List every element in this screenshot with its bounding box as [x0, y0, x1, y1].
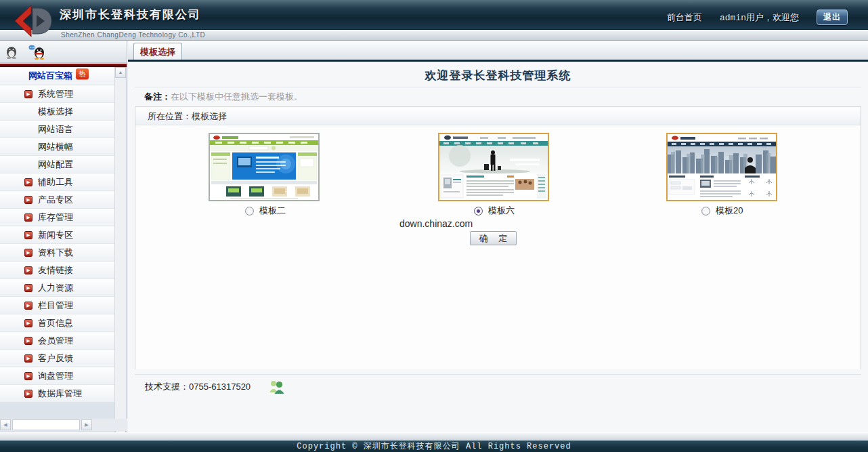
logout-button[interactable]: 退出	[817, 9, 848, 25]
sidebar-menu-item[interactable]: ▶ 首页信息	[0, 314, 115, 332]
red-arrow-icon: ▶	[24, 231, 32, 239]
red-arrow-icon: ▶	[24, 249, 32, 257]
support-text: 技术支援：0755-61317520	[145, 381, 251, 393]
scroll-up-arrow-icon[interactable]: ▲	[115, 67, 126, 78]
watermark-text: down.chinaz.com	[399, 218, 473, 229]
red-arrow-icon: ▶	[24, 284, 32, 292]
support-row: 技术支援：0755-61317520	[145, 379, 286, 395]
red-arrow-icon: ▶	[24, 337, 32, 345]
sidebar-item-label: 产品专区	[38, 194, 73, 206]
sidebar-menu-item[interactable]: ▶ 辅助工具	[0, 173, 115, 191]
sidebar-item-label: 数据库管理	[38, 388, 82, 400]
sidebar: 网站百宝箱 热 ▶ 系统管理 ▶ 模板选择 ▶ 网站语言	[0, 41, 127, 432]
sidebar-menu-item[interactable]: ▶ 库存管理	[0, 209, 115, 226]
sidebar-item-label: 库存管理	[38, 211, 73, 224]
template-label: 模板六	[488, 205, 515, 217]
main-content: 模板选择 欢迎登录长登科技管理系统 备注：在以下模板中任意挑选一套模板。 所在位…	[128, 41, 868, 432]
sidebar-item-label: 网站横幅	[38, 141, 73, 153]
red-arrow-icon: ▶	[24, 266, 32, 274]
company-name: 深圳市长登科技有限公司	[60, 7, 201, 22]
sidebar-item-label: 首页信息	[38, 317, 73, 329]
template-1-preview	[210, 134, 318, 200]
qq-color-icon[interactable]	[28, 45, 46, 60]
sidebar-item-label: 资料下载	[38, 247, 73, 259]
template-option-2[interactable]: 模板六	[474, 205, 515, 217]
page-title: 欢迎登录长登科技管理系统	[128, 68, 868, 83]
note-label: 备注：	[144, 91, 171, 102]
sidebar-menu-item[interactable]: ▶ 资料下载	[0, 244, 115, 262]
footer-bar: Copyright © 深圳市长登科技有限公司 All Rights Reser…	[0, 440, 868, 452]
note-text: 在以下模板中任意挑选一套模板。	[171, 91, 303, 102]
front-page-link[interactable]: 前台首页	[667, 12, 702, 24]
msn-messenger-icon[interactable]	[268, 379, 286, 395]
template-thumbnail-1[interactable]	[209, 133, 320, 201]
radio-button[interactable]	[474, 207, 483, 215]
template-label: 模板二	[259, 205, 286, 217]
template-label: 模板20	[716, 205, 743, 217]
sidebar-item-label: 新闻专区	[38, 229, 73, 241]
scroll-left-arrow-icon[interactable]: ◀	[0, 419, 11, 430]
red-arrow-icon: ▶	[24, 196, 32, 204]
sidebar-item-label: 询盘管理	[38, 370, 73, 382]
template-option-1[interactable]: 模板二	[245, 205, 286, 217]
company-logo-icon	[5, 3, 54, 39]
breadcrumb: 所在位置：模板选择	[135, 107, 861, 125]
confirm-button[interactable]: 确 定	[470, 231, 517, 245]
template-option-3[interactable]: 模板20	[701, 205, 743, 217]
sidebar-item-label: 网站语言	[38, 123, 73, 136]
sidebar-item-label: 会员管理	[38, 335, 73, 347]
red-arrow-icon: ▶	[24, 90, 32, 98]
red-arrow-icon: ▶	[24, 319, 32, 327]
red-arrow-icon: ▶	[24, 213, 32, 222]
divider	[135, 374, 861, 375]
sidebar-menu-item[interactable]: ▶ 数据库管理	[0, 385, 115, 403]
sidebar-vertical-scrollbar[interactable]: ▲ ▼	[114, 67, 126, 441]
sidebar-menu-item[interactable]: ▶ 网站配置	[0, 156, 115, 173]
scroll-right-arrow-icon[interactable]: ▶	[81, 419, 92, 430]
bottom-strip	[0, 432, 868, 440]
tab-bar: 模板选择	[128, 41, 868, 62]
sidebar-menu: 网站百宝箱 热 ▶ 系统管理 ▶ 模板选择 ▶ 网站语言	[0, 67, 115, 403]
template-panel: 所在位置：模板选择	[135, 106, 861, 369]
sidebar-menu-item[interactable]: ▶ 网站语言	[0, 121, 115, 138]
sidebar-menu-item[interactable]: ▶ 人力资源	[0, 279, 115, 297]
sidebar-item-label: 网站配置	[38, 159, 73, 171]
radio-button[interactable]	[245, 207, 254, 215]
template-thumbnail-3[interactable]	[666, 133, 777, 201]
sidebar-item-label: 系统管理	[38, 88, 73, 100]
note-row: 备注：在以下模板中任意挑选一套模板。	[144, 91, 303, 103]
sidebar-item-label: 栏目管理	[38, 300, 73, 312]
red-arrow-icon: ▶	[24, 178, 32, 186]
sidebar-menu-item[interactable]: ▶ 新闻专区	[0, 226, 115, 244]
template-2-preview	[439, 134, 548, 200]
sidebar-menu-item[interactable]: ▶ 友情链接	[0, 262, 115, 279]
qq-gray-icon[interactable]	[5, 45, 18, 59]
sidebar-item-label: 人力资源	[38, 282, 73, 294]
scrollbar-track[interactable]	[12, 419, 80, 430]
red-arrow-icon: ▶	[24, 302, 32, 310]
radio-button[interactable]	[701, 207, 710, 215]
sidebar-item-label: 模板选择	[38, 106, 73, 118]
copyright-text: Copyright © 深圳市长登科技有限公司 All Rights Reser…	[0, 441, 868, 452]
sidebar-horizontal-scrollbar[interactable]: ◀ ▶	[0, 419, 127, 431]
sidebar-menu-item[interactable]: ▶ 会员管理	[0, 332, 115, 350]
red-arrow-icon: ▶	[24, 354, 32, 363]
sidebar-menu-item[interactable]: ▶ 网站横幅	[0, 138, 115, 156]
sidebar-item-toolbox[interactable]: 网站百宝箱 热	[0, 67, 115, 85]
sidebar-menu-item[interactable]: ▶ 产品专区	[0, 191, 115, 209]
sidebar-menu-item[interactable]: ▶ 询盘管理	[0, 367, 115, 385]
toolbox-label: 网站百宝箱	[28, 70, 72, 82]
sidebar-menu-item[interactable]: ▶ 栏目管理	[0, 297, 115, 314]
welcome-text: admin用户，欢迎您	[720, 12, 799, 24]
divider	[135, 87, 861, 87]
sidebar-item-label: 辅助工具	[38, 176, 73, 188]
sidebar-menu-item[interactable]: ▶ 客户反馈	[0, 350, 115, 367]
red-arrow-icon: ▶	[24, 390, 32, 398]
sidebar-item-label: 客户反馈	[38, 352, 73, 365]
template-thumbnail-2[interactable]	[438, 133, 549, 201]
sidebar-menu-item[interactable]: ▶ 模板选择	[0, 103, 115, 121]
company-name-en: ShenZhen ChangDeng Technology Co.,LTD	[61, 31, 205, 39]
tab-template-select[interactable]: 模板选择	[133, 43, 182, 60]
sidebar-menu-item[interactable]: ▶ 系统管理	[0, 85, 115, 103]
sidebar-item-label: 友情链接	[38, 264, 73, 276]
